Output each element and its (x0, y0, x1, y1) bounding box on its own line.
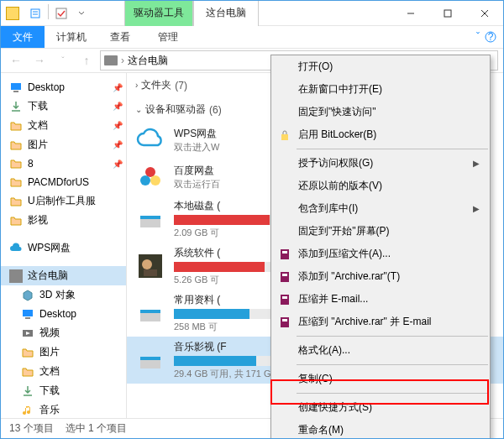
sidebar-item-label: 文档 (39, 364, 60, 379)
sidebar-item[interactable]: 图片 (1, 342, 126, 362)
sidebar-item[interactable]: Desktop📌 (1, 78, 126, 97)
folder-icon (21, 365, 34, 379)
sidebar-item-label: 3D 对象 (39, 288, 76, 302)
svg-rect-28 (282, 296, 287, 299)
window-controls (392, 1, 503, 26)
drive-icon (135, 251, 165, 281)
context-menu-item[interactable]: 固定到"开始"屏幕(P) (271, 220, 490, 243)
pc-icon (9, 269, 23, 283)
folder-icon (9, 214, 23, 227)
context-menu-item[interactable]: 复制(C) (271, 368, 490, 390)
drive-icon (135, 204, 165, 234)
svg-rect-6 (13, 91, 18, 92)
pin-icon: 📌 (113, 121, 123, 130)
sidebar-item[interactable]: 下载📌 (1, 97, 126, 116)
context-menu-item[interactable]: 包含到库中(I)▶ (271, 197, 490, 220)
context-menu-item[interactable]: 添加到压缩文件(A)... (271, 243, 490, 265)
context-menu-item[interactable]: 添加到 "Archive.rar"(T) (271, 265, 490, 288)
context-menu-item[interactable]: 在新窗口中打开(E) (271, 78, 490, 101)
sidebar-this-pc[interactable]: 这台电脑 (1, 266, 126, 285)
qat-properties-icon[interactable] (26, 4, 45, 23)
folder-icon (9, 157, 23, 170)
separator (297, 336, 488, 337)
context-menu-item[interactable]: 启用 BitLocker(B) (271, 123, 490, 146)
ribbon-tab-file[interactable]: 文件 (1, 26, 45, 48)
svg-rect-27 (281, 295, 289, 305)
svg-rect-23 (281, 249, 289, 259)
sidebar-item[interactable]: 图片📌 (1, 135, 126, 154)
rar-icon (278, 293, 291, 306)
nav-forward-button[interactable]: → (29, 50, 50, 71)
context-menu-item[interactable]: 压缩到 "Archive.rar" 并 E-mail (271, 311, 490, 333)
context-menu-item[interactable]: 打开(O) (271, 55, 490, 78)
folder-icon (21, 346, 34, 359)
svg-rect-14 (140, 216, 160, 219)
minimize-button[interactable] (392, 1, 429, 26)
sidebar-item[interactable]: 文档 (1, 362, 126, 381)
svg-rect-0 (31, 9, 39, 18)
context-menu-item[interactable]: 还原以前的版本(V) (271, 175, 490, 197)
sidebar-wps[interactable]: WPS网盘 (1, 238, 126, 258)
context-menu-item[interactable]: 授予访问权限(G)▶ (271, 152, 490, 175)
nav-up-button[interactable]: ↑ (76, 50, 97, 71)
system-icon[interactable] (6, 7, 19, 20)
pin-icon: 📌 (113, 159, 123, 169)
separator (48, 4, 49, 19)
quick-access-toolbar (26, 4, 91, 23)
sidebar-item-label: 8 (28, 158, 34, 170)
context-menu-label: 添加到压缩文件(A)... (298, 247, 391, 261)
sidebar-item[interactable]: PACMDforUS (1, 173, 126, 191)
pin-icon: 📌 (113, 102, 123, 111)
sidebar-item[interactable]: 视频 (1, 323, 126, 342)
ribbon-tab-computer[interactable]: 计算机 (45, 26, 98, 48)
nav-recent-dropdown[interactable]: ˇ (53, 50, 73, 71)
ribbon-expand-icon[interactable]: ˇ (476, 31, 480, 43)
folder-icon (9, 119, 23, 133)
window-title: 这台电脑 (193, 1, 259, 26)
breadcrumb-location[interactable]: 这台电脑 (128, 54, 168, 68)
context-menu: 打开(O)在新窗口中打开(E)固定到"快速访问"启用 BitLocker(B)授… (270, 55, 491, 439)
chevron-right-icon[interactable]: › (121, 55, 124, 66)
svg-point-11 (140, 175, 150, 186)
sidebar-item-label: 下载 (39, 384, 60, 398)
nav-back-button[interactable]: ← (6, 50, 26, 71)
desktop-icon (9, 81, 23, 94)
context-menu-item[interactable]: 固定到"快速访问" (271, 101, 490, 123)
svg-point-12 (150, 175, 160, 186)
context-menu-item[interactable]: 重命名(M) (271, 419, 490, 439)
maximize-button[interactable] (429, 1, 466, 26)
sidebar-item-label: 影视 (28, 213, 48, 227)
sidebar-item-label: 这台电脑 (28, 269, 68, 283)
sidebar-item[interactable]: Desktop (1, 305, 126, 323)
capacity-bar (174, 356, 275, 366)
svg-rect-24 (282, 251, 287, 253)
pin-icon: 📌 (113, 140, 123, 149)
close-button[interactable] (466, 1, 503, 26)
sidebar-item[interactable]: 音乐 (1, 400, 126, 420)
svg-rect-30 (282, 319, 287, 321)
contextual-tabs: 驱动器工具 这台电脑 (124, 1, 259, 26)
ribbon-tab-view[interactable]: 查看 (98, 26, 142, 48)
context-menu-item[interactable]: 创建快捷方式(S) (271, 396, 490, 419)
submenu-arrow-icon: ▶ (473, 204, 480, 213)
sidebar-item[interactable]: 影视 (1, 211, 126, 230)
help-icon[interactable]: ? (485, 31, 496, 43)
ribbon-tab-manage[interactable]: 管理 (146, 26, 190, 48)
drive-icon (135, 345, 165, 375)
sidebar-item[interactable]: 文档📌 (1, 116, 126, 135)
sidebar-item[interactable]: 3D 对象 (1, 285, 126, 305)
context-menu-item[interactable]: 格式化(A)... (271, 339, 490, 362)
qat-checkbox-icon[interactable] (52, 4, 71, 23)
separator (297, 149, 488, 149)
sidebar-item[interactable]: 8📌 (1, 154, 126, 173)
sidebar-item-label: Desktop (39, 308, 76, 320)
context-menu-item[interactable]: 压缩并 E-mail... (271, 288, 490, 311)
svg-text:?: ? (488, 31, 494, 43)
context-menu-label: 格式化(A)... (298, 343, 350, 358)
qat-dropdown-icon[interactable] (72, 4, 91, 23)
music-icon (21, 404, 34, 417)
capacity-bar (174, 215, 275, 225)
sidebar-item[interactable]: U启制作工具服 (1, 191, 126, 211)
sidebar-item[interactable]: 下载 (1, 381, 126, 400)
context-menu-label: 复制(C) (298, 372, 333, 386)
